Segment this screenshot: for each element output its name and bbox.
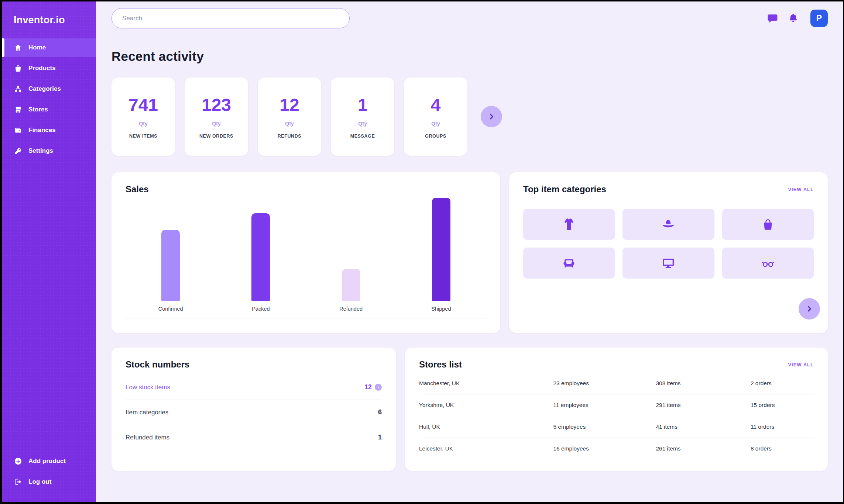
topbar: P bbox=[111, 1, 828, 28]
sales-title: Sales bbox=[126, 184, 149, 194]
stat-value: 12 bbox=[279, 95, 299, 115]
store-row-leicester: Leicester, UK 16 employees 261 items 8 o… bbox=[419, 438, 814, 459]
top-categories-view-all-link[interactable]: VIEW ALL bbox=[788, 187, 814, 192]
store-employees: 5 employees bbox=[553, 424, 656, 430]
info-icon[interactable]: i bbox=[375, 384, 382, 391]
stat-label: GROUPS bbox=[425, 134, 446, 139]
stat-value: 123 bbox=[202, 95, 231, 115]
stat-label: NEW ORDERS bbox=[199, 134, 233, 139]
glasses-icon bbox=[761, 256, 775, 270]
top-categories-card: Top item categories VIEW ALL bbox=[509, 172, 828, 333]
sidebar-item-settings[interactable]: Settings bbox=[2, 142, 96, 160]
chevron-right-icon bbox=[487, 112, 496, 121]
store-items: 291 items bbox=[656, 402, 751, 408]
stats-next-button[interactable] bbox=[481, 106, 502, 127]
stat-value: 4 bbox=[431, 95, 441, 115]
stat-value: 1 bbox=[358, 95, 368, 115]
top-categories-title: Top item categories bbox=[523, 184, 606, 194]
store-orders: 15 orders bbox=[751, 402, 814, 408]
shopping-bag-icon bbox=[14, 64, 22, 72]
tote-bag-icon bbox=[761, 218, 775, 231]
sidebar-item-label: Home bbox=[28, 44, 46, 51]
bar-refunded bbox=[342, 269, 360, 301]
add-product-button[interactable]: Add product bbox=[2, 452, 96, 470]
store-orders: 8 orders bbox=[751, 445, 814, 452]
store-items: 41 items bbox=[656, 424, 751, 430]
stat-card-message: 1 Qty MESSAGE bbox=[331, 77, 394, 156]
topbar-icons: P bbox=[767, 10, 828, 27]
stat-unit: Qty bbox=[431, 121, 440, 127]
stock-row-item-categories: Item categories 6 bbox=[126, 400, 382, 425]
wallet-icon bbox=[14, 126, 22, 134]
dashboard-screen: Inventor.io Home Products Categories Sto… bbox=[0, 0, 844, 504]
add-product-label: Add product bbox=[28, 458, 66, 465]
store-row-hull: Hull, UK 5 employees 41 items 11 orders bbox=[419, 416, 814, 438]
sidebar-item-categories[interactable]: Categories bbox=[2, 80, 96, 98]
sidebar-item-finances[interactable]: Finances bbox=[2, 121, 96, 139]
main-content: P Recent activity 741 Qty NEW ITEMS 123 … bbox=[96, 1, 843, 502]
category-tile-hats[interactable] bbox=[622, 209, 714, 240]
cowboy-hat-icon bbox=[662, 218, 675, 231]
sales-chart-labels: Confirmed Packed Refunded Shipped bbox=[126, 306, 486, 312]
sidebar-item-products[interactable]: Products bbox=[2, 59, 96, 77]
search-input[interactable] bbox=[111, 8, 350, 28]
categories-next-button[interactable] bbox=[799, 298, 820, 320]
stat-cards-row: 741 Qty NEW ITEMS 123 Qty NEW ORDERS 12 … bbox=[111, 77, 828, 156]
sidebar-item-label: Settings bbox=[28, 147, 53, 155]
tshirt-icon bbox=[562, 218, 576, 231]
stat-card-new-items: 741 Qty NEW ITEMS bbox=[111, 77, 175, 156]
store-employees: 23 employees bbox=[553, 380, 656, 387]
bar-packed bbox=[251, 213, 270, 301]
chart-baseline bbox=[126, 318, 486, 318]
store-location: Yorkshire, UK bbox=[419, 402, 553, 408]
bar-shipped bbox=[432, 198, 450, 301]
stores-list-card: Stores list VIEW ALL Manchester, UK 23 e… bbox=[405, 348, 828, 471]
sidebar-item-stores[interactable]: Stores bbox=[2, 100, 96, 119]
stat-card-new-orders: 123 Qty NEW ORDERS bbox=[185, 77, 248, 156]
store-location: Manchester, UK bbox=[419, 380, 553, 387]
mid-row: Sales Confirmed Packed Refunded Shipped bbox=[111, 172, 828, 333]
category-tile-furniture[interactable] bbox=[523, 248, 615, 279]
store-employees: 16 employees bbox=[553, 445, 656, 452]
store-row-yorkshire: Yorkshire, UK 11 employees 291 items 15 … bbox=[419, 394, 814, 416]
notifications-button[interactable] bbox=[788, 13, 799, 24]
stock-numbers-title: Stock numbers bbox=[126, 359, 382, 370]
stat-card-groups: 4 Qty GROUPS bbox=[404, 77, 467, 156]
sales-bar-chart bbox=[126, 198, 486, 301]
store-orders: 11 orders bbox=[751, 424, 814, 430]
category-tile-eyewear[interactable] bbox=[722, 248, 814, 279]
bell-icon bbox=[788, 13, 799, 24]
item-categories-count: 6 bbox=[378, 408, 382, 416]
sitemap-icon bbox=[14, 85, 22, 93]
sidebar-spacer bbox=[2, 162, 96, 452]
sidebar-footer: Add product Log out bbox=[2, 452, 96, 502]
page-title: Recent activity bbox=[111, 49, 828, 64]
stat-unit: Qty bbox=[285, 121, 294, 127]
key-icon bbox=[14, 147, 22, 155]
user-avatar[interactable]: P bbox=[810, 10, 828, 27]
low-stock-items-link[interactable]: Low stock items bbox=[126, 384, 170, 391]
sidebar-item-label: Stores bbox=[28, 106, 48, 113]
stat-value: 741 bbox=[128, 95, 158, 115]
stock-row-refunded-items: Refunded items 1 bbox=[126, 425, 382, 450]
stock-rows: Low stock items 12 i Item categories 6 R… bbox=[126, 375, 382, 450]
sidebar-item-home[interactable]: Home bbox=[2, 38, 96, 57]
bar-confirmed bbox=[161, 230, 180, 301]
app-logo: Inventor.io bbox=[14, 14, 65, 26]
stores-view-all-link[interactable]: VIEW ALL bbox=[788, 362, 814, 367]
stores-rows: Manchester, UK 23 employees 308 items 2 … bbox=[419, 373, 814, 459]
stat-unit: Qty bbox=[358, 121, 367, 127]
log-out-button[interactable]: Log out bbox=[2, 473, 96, 491]
bar-label-packed: Packed bbox=[216, 306, 306, 312]
sales-card: Sales Confirmed Packed Refunded Shipped bbox=[111, 172, 500, 333]
messages-button[interactable] bbox=[767, 13, 778, 24]
bottom-row: Stock numbers Low stock items 12 i Item … bbox=[111, 348, 828, 471]
bar-label-shipped: Shipped bbox=[396, 306, 486, 312]
category-tile-clothing[interactable] bbox=[523, 209, 615, 240]
stat-label: REFUNDS bbox=[278, 134, 302, 139]
log-out-label: Log out bbox=[28, 478, 51, 486]
category-tile-electronics[interactable] bbox=[622, 248, 714, 279]
stat-label: MESSAGE bbox=[350, 134, 375, 139]
category-tile-bags[interactable] bbox=[722, 209, 814, 240]
store-location: Hull, UK bbox=[419, 424, 553, 430]
